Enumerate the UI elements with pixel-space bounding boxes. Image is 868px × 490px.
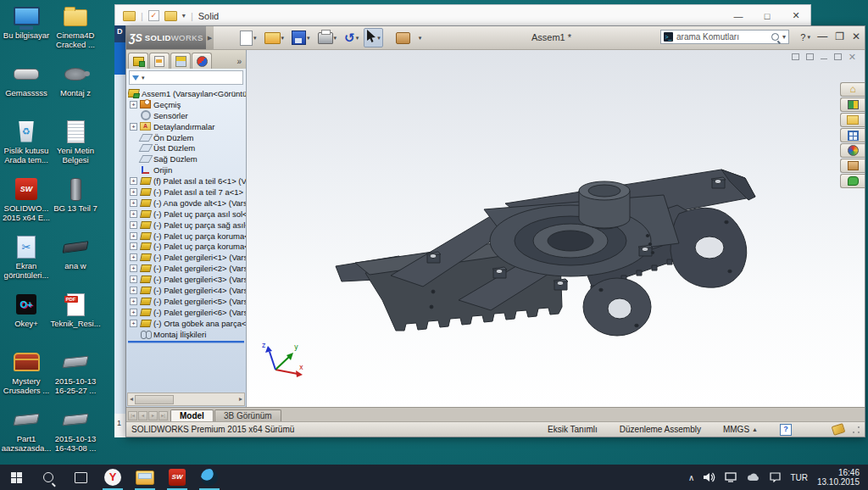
select-button[interactable]: ▾ xyxy=(364,28,383,47)
taskpane-tab-appearances[interactable] xyxy=(840,143,865,158)
help-icon[interactable]: ? xyxy=(800,32,805,42)
taskbar-app-solidworks[interactable]: SW xyxy=(161,465,193,490)
tab-last-icon[interactable]: ▸| xyxy=(159,411,168,420)
search-icon[interactable] xyxy=(771,33,779,41)
tree-item[interactable]: Montaj İlişkileri xyxy=(128,329,246,340)
expand-icon[interactable]: + xyxy=(130,210,137,218)
expand-icon[interactable]: + xyxy=(130,221,137,229)
expand-icon[interactable]: + xyxy=(130,242,137,250)
print-dropdown-icon[interactable]: ▾ xyxy=(334,35,337,42)
expand-icon[interactable]: + xyxy=(130,320,137,327)
taskbar-app-yandex[interactable]: Y xyxy=(97,465,129,490)
tree-item[interactable]: +(-) Palet uç parça koruma<2 xyxy=(128,241,246,252)
taskpane-tab-view-palette[interactable] xyxy=(840,128,865,142)
scroll-right-icon[interactable]: ▸ xyxy=(239,395,242,404)
expand-icon[interactable]: + xyxy=(130,232,137,240)
desktop-icon-gemasssss[interactable]: Gemasssss xyxy=(3,61,50,119)
tree-item[interactable]: +(-) Ana gövde alt<1> (Varsa xyxy=(128,198,246,209)
tree-item[interactable]: Sensörler xyxy=(128,110,246,121)
tree-item[interactable]: Ön Düzlem xyxy=(128,132,246,143)
doc-close-button[interactable]: ✕ xyxy=(849,53,856,61)
menu-expand-arrow[interactable]: ▶ xyxy=(206,26,214,49)
doc-split-icon[interactable] xyxy=(792,53,799,60)
volume-icon[interactable] xyxy=(704,472,715,482)
network-icon[interactable] xyxy=(725,472,737,482)
tree-item[interactable]: +(-) Palet gergileri<1> (Varsa xyxy=(128,252,246,263)
desktop-icon-mystery-crusaders[interactable]: Mystery Crusaders ... xyxy=(3,349,50,407)
start-button[interactable] xyxy=(0,465,32,490)
expand-icon[interactable]: + xyxy=(130,276,137,283)
tree-item[interactable]: +(-) Palet gergileri<5> (Varsa xyxy=(128,296,246,307)
expand-icon[interactable]: + xyxy=(130,177,137,185)
doc-minimize-button[interactable] xyxy=(821,58,827,60)
fm-tab-propertymanager[interactable] xyxy=(149,53,170,69)
select-dropdown-icon[interactable]: ▾ xyxy=(377,35,381,42)
undo-button[interactable]: ↺▾ xyxy=(342,31,361,46)
new-button[interactable]: ▾ xyxy=(237,29,259,47)
toolbox-button[interactable] xyxy=(393,31,413,46)
open-button[interactable]: ▾ xyxy=(262,31,287,46)
explorer-window-edge[interactable]: D 1 xyxy=(114,25,125,437)
desktop-icon-part-2015-10-13-a[interactable]: 2015-10-13 16-25-27 ... xyxy=(52,349,99,407)
expand-icon[interactable]: + xyxy=(130,309,137,316)
options-list-dropdown-icon[interactable]: ▾ xyxy=(419,35,422,42)
fm-tab-dimxpertmanager[interactable] xyxy=(192,53,212,69)
desktop-icon-bg-13-teil-7[interactable]: BG 13 Teil 7 xyxy=(52,176,99,234)
taskpane-tab-custom-properties[interactable] xyxy=(840,159,865,173)
help-menu[interactable]: ? ▾ xyxy=(800,32,810,42)
tree-item[interactable]: +(-) Palet uç parça asıl sol<1 xyxy=(128,209,246,220)
assembly-model[interactable] xyxy=(331,163,764,345)
tree-item[interactable]: Assem1 (Varsayılan<Görüntü D xyxy=(128,88,246,99)
tree-item[interactable]: +(-) Palet uç parça sağ asıl<1 xyxy=(128,220,246,231)
doc-restore-button[interactable] xyxy=(834,53,842,60)
expand-icon[interactable]: + xyxy=(130,287,137,294)
desktop-icon-part-2015-10-13-b[interactable]: 2015-10-13 16-43-08 ... xyxy=(52,407,99,465)
tree-item[interactable]: Sağ Düzlem xyxy=(128,153,246,164)
expand-icon[interactable]: + xyxy=(130,298,137,305)
explorer-folder-icon[interactable] xyxy=(123,11,136,21)
tree-item[interactable]: +(-) Palet gergileri<4> (Varsa xyxy=(128,285,246,296)
scroll-thumb[interactable] xyxy=(135,395,174,404)
tree-item[interactable]: Üst Düzlem xyxy=(128,142,246,153)
tree-item[interactable]: +(-) Palet gergileri<3> (Varsa xyxy=(128,274,246,285)
explorer-close-button[interactable]: ✕ xyxy=(782,5,810,26)
expand-icon[interactable]: + xyxy=(130,199,137,207)
taskbar-search-button[interactable] xyxy=(32,465,64,490)
language-indicator[interactable]: TUR xyxy=(790,473,808,482)
tree-horizontal-scrollbar[interactable]: ◂ ▸ xyxy=(127,393,245,406)
doc-tab-model[interactable]: Model xyxy=(170,409,214,421)
explorer-maximize-button[interactable]: □ xyxy=(753,5,782,26)
explorer-minimize-button[interactable]: — xyxy=(724,5,753,26)
taskpane-tab-design-library[interactable] xyxy=(840,97,865,112)
properties-check-icon[interactable]: ✓ xyxy=(148,10,159,21)
help-dropdown-icon[interactable]: ▾ xyxy=(807,34,810,41)
unit-system-selector[interactable]: MMGS ▲ xyxy=(723,425,758,434)
desktop-icon-montaj-z[interactable]: Montaj z xyxy=(52,61,99,119)
tab-prev-icon[interactable]: ◂ xyxy=(138,411,147,420)
new-dropdown-icon[interactable]: ▾ xyxy=(253,35,257,42)
new-folder-icon[interactable] xyxy=(164,11,177,21)
desktop-icon-ekran-goruntuleri[interactable]: ✂Ekran görüntüleri... xyxy=(3,234,50,292)
tab-overflow-icon[interactable]: » xyxy=(236,57,244,69)
tray-overflow-icon[interactable]: ∧ xyxy=(688,473,694,482)
tab-next-icon[interactable]: ▸ xyxy=(148,411,158,420)
status-help-icon[interactable]: ? xyxy=(780,424,792,436)
quick-access-dropdown-icon[interactable]: ▾ xyxy=(182,12,186,19)
taskpane-tab-home[interactable]: ⌂ xyxy=(840,82,865,97)
filter-dropdown-icon[interactable]: ▾ xyxy=(142,75,145,81)
action-center-icon[interactable] xyxy=(770,472,781,482)
status-tag-icon[interactable] xyxy=(832,423,846,436)
tree-item[interactable]: +(-) Palet gergileri<2> (Varsa xyxy=(128,263,246,274)
save-button[interactable]: ▾ xyxy=(289,29,313,47)
onedrive-icon[interactable] xyxy=(747,473,760,482)
fm-tab-featuremanager[interactable] xyxy=(128,53,148,69)
desktop-icon-teknik-resim-pdf[interactable]: Teknik_Resi... xyxy=(52,292,99,349)
tree-item[interactable]: +(f) Palet asıl a teil 6<1> (Var xyxy=(128,175,246,187)
expand-icon[interactable]: + xyxy=(130,123,137,131)
taskpane-tab-comments[interactable] xyxy=(840,174,865,188)
tree-item[interactable]: +(-) Orta göbek ana parça<1 xyxy=(128,318,246,329)
tree-item[interactable]: +Geçmiş xyxy=(128,99,246,110)
solidworks-titlebar[interactable]: ƷS SOLID WORKS ▶ ▾▾▾▾↺▾▾▾ Assem1 * >_ ar… xyxy=(126,26,865,50)
desktop-icon-recycle-bin[interactable]: ♻Pislik kutusu Arada tem... xyxy=(3,119,50,176)
desktop-icon-part1-aazsazasda[interactable]: Part1 aazsazasda... xyxy=(3,407,50,465)
